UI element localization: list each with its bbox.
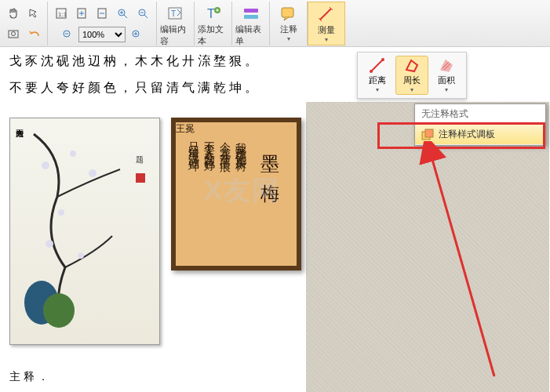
measure-label: 测量 — [318, 24, 335, 36]
poem-column-1: 我家洗砚池头树 — [234, 133, 248, 155]
chevron-down-icon: ▾ — [287, 35, 290, 42]
poem-line-2: 不要人夸好颜色，只留清气满乾坤。 — [9, 80, 260, 96]
footer-text: 主释． — [9, 370, 52, 384]
edit-form-icon — [241, 5, 261, 24]
hand-tool-icon[interactable] — [4, 4, 23, 23]
annotation-label: 注释 — [280, 24, 297, 35]
svg-rect-16 — [282, 8, 293, 17]
annotation-style-menu: 无注释格式 注释样式调板 — [414, 103, 546, 146]
annotation-icon — [279, 5, 299, 24]
zoom-select[interactable]: 100% — [78, 27, 126, 42]
area-label: 面积 — [438, 74, 455, 86]
svg-rect-20 — [425, 129, 433, 137]
svg-point-26 — [46, 240, 53, 248]
edit-content-label: 编辑内容 — [160, 24, 191, 47]
no-annotation-style-item[interactable]: 无注释格式 — [415, 104, 545, 125]
select-tool-icon[interactable] — [24, 4, 43, 23]
snapshot-tool-icon[interactable] — [4, 24, 23, 43]
svg-text:1:1: 1:1 — [58, 11, 67, 18]
edit-form-button[interactable]: 编辑表单 ▾ — [232, 2, 270, 45]
zoom-out-icon[interactable] — [133, 4, 152, 23]
poem-card: 墨 梅 我家洗砚池头树 个个花开淡墨痕 不要人夸颜色好 只留清气满乾坤 王冕 — [171, 118, 301, 270]
add-text-label: 添加文本 — [198, 24, 228, 47]
zoom-out-step-icon[interactable] — [60, 27, 75, 42]
zoom-group: 1:1 100% — [48, 2, 157, 45]
edit-content-button[interactable]: T 编辑内容 ▾ — [157, 2, 195, 45]
main-toolbar: 1:1 100% T 编辑内容 ▾ T 添加文本 编辑表单 ▾ 注释 ▾ 测量 … — [0, 0, 550, 47]
measure-icon — [316, 5, 337, 24]
fit-page-icon[interactable] — [72, 4, 91, 23]
annotation-button[interactable]: 注释 ▾ — [270, 2, 308, 45]
palette-icon — [421, 129, 434, 141]
fit-width-icon[interactable] — [93, 4, 111, 23]
svg-point-23 — [70, 151, 76, 157]
distance-icon — [369, 57, 386, 74]
poem-line-1: 戈豕沈砚池辺枘，木木化廾㳿堥狠。 — [9, 53, 260, 70]
poem-title: 墨 梅 — [257, 140, 282, 182]
svg-text:T: T — [171, 9, 176, 18]
poem-column-4: 只留清气满乾坤 — [187, 133, 201, 155]
svg-rect-15 — [244, 15, 258, 19]
svg-point-1 — [12, 32, 16, 36]
area-icon — [438, 57, 455, 74]
add-text-icon: T — [203, 5, 224, 24]
svg-text:题: 题 — [136, 156, 144, 164]
svg-point-24 — [89, 169, 97, 177]
svg-text:T: T — [207, 7, 215, 20]
edit-content-icon: T — [166, 5, 186, 24]
distance-label: 距离 — [369, 74, 386, 86]
distance-button[interactable]: 距离▾ — [361, 56, 394, 95]
painting-image: 题 方增先画 — [9, 118, 160, 345]
perimeter-button[interactable]: 周长▾ — [395, 56, 428, 95]
measure-button[interactable]: 测量 ▾ — [308, 2, 345, 45]
svg-point-18 — [381, 58, 384, 61]
poem-column-2: 个个花开淡墨痕 — [218, 133, 232, 155]
area-button[interactable]: 面积▾ — [430, 56, 463, 95]
document-area: 距离▾ 周长▾ 面积▾ 无注释格式 注释样式调板 戈豕沈砚池辺枘，木木化廾㳿堥狠… — [0, 47, 550, 392]
svg-point-22 — [42, 162, 49, 169]
actual-size-icon[interactable]: 1:1 — [52, 4, 71, 23]
svg-point-29 — [43, 293, 75, 328]
undo-icon[interactable] — [24, 24, 43, 43]
annotation-style-panel-label: 注释样式调板 — [439, 128, 495, 141]
edit-form-label: 编辑表单 — [235, 24, 266, 47]
perimeter-icon — [403, 57, 421, 74]
svg-rect-31 — [136, 173, 145, 183]
chevron-down-icon: ▾ — [325, 36, 328, 43]
svg-point-27 — [78, 252, 84, 259]
annotation-style-panel-item[interactable]: 注释样式调板 — [415, 125, 545, 145]
cursor-group — [0, 2, 48, 45]
svg-point-25 — [58, 209, 64, 216]
zoom-in-step-icon[interactable] — [129, 27, 144, 42]
measure-dropdown: 距离▾ 周长▾ 面积▾ — [357, 52, 467, 99]
plum-blossom-art: 题 — [18, 126, 151, 330]
zoom-in-icon[interactable] — [113, 4, 132, 23]
poem-column-3: 不要人夸颜色好 — [202, 133, 217, 155]
svg-point-17 — [370, 70, 373, 73]
add-text-button[interactable]: T 添加文本 — [195, 2, 232, 45]
perimeter-label: 周长 — [403, 74, 421, 86]
svg-rect-14 — [244, 9, 258, 13]
